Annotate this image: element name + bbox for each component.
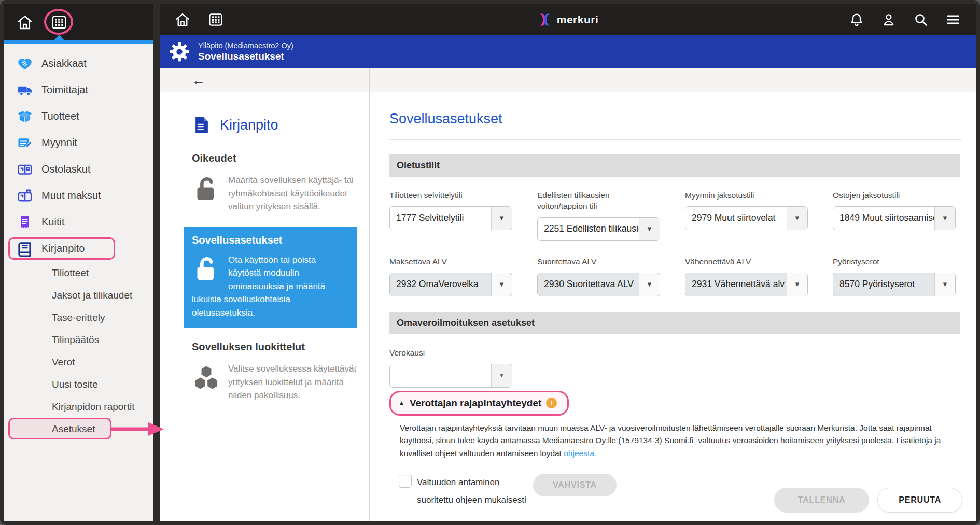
field-label: Suoritettava ALV [537,257,660,267]
apps-grid-icon[interactable] [49,12,69,33]
back-arrow-icon[interactable]: ← [192,74,205,87]
footer-actions: TALLENNA PERUUTA [774,488,962,513]
consent-label: Valtuuden antaminen suoritettu ohjeen mu… [417,474,531,509]
module-title: Kirjanpito [220,117,278,133]
menu-item-toimittajat[interactable]: Toimittajat [4,77,153,103]
menu-item-label: Asiakkaat [41,58,87,69]
customers-icon [17,55,33,72]
field-maksettava-alv: Maksettava ALV 2932 OmaVerovelka ▼ [389,257,512,296]
menu-item-muut-maksut[interactable]: Muut maksut [4,182,153,209]
menu-item-kirjanpito[interactable]: Kirjanpito [4,235,153,262]
help-link[interactable]: ohjeesta. [564,449,596,458]
hamburger-menu-icon[interactable] [943,9,963,30]
select-edellisten-tilikausien[interactable]: 2251 Edellisten tilikausie ▼ [537,217,660,241]
default-accounts-row-1: Tiliotteen selvittelytili 1777 Selvittel… [389,190,962,241]
field-ostojen-jaksotustili: Ostojen jaksotustili 1849 Muut siirtosaa… [833,190,956,230]
select-pyoristyserot[interactable]: 8570 Pyöristyserot ▼ [833,273,956,296]
select-ostojen-jaksotustili[interactable]: 1849 Muut siirtosaamise ▼ [833,206,956,230]
module-section-sovellusasetukset[interactable]: Sovellusasetukset Ota käyttöön tai poist… [184,227,357,328]
apps-grid-icon[interactable] [205,9,226,30]
menu-sub-label: Verot [52,357,75,368]
menu-sub-uusi-tosite[interactable]: Uusi tosite [4,373,153,395]
menu-sub-label: Tase-erittely [52,312,105,323]
chevron-down-icon[interactable]: ▼ [491,364,512,387]
menu-item-asiakkaat[interactable]: Asiakkaat [4,50,153,77]
menu-accent-line [4,40,153,44]
module-section-luokittelut[interactable]: Sovelluksen luokittelut Valitse sovelluk… [192,341,357,402]
cancel-button[interactable]: PERUUTA [877,488,962,513]
menu-item-label: Kirjanpito [41,243,85,254]
select-value: 2931 Vähennettävä alv [685,273,787,296]
menu-sub-tilinpaatos[interactable]: Tilinpäätös [4,329,153,351]
select-maksettava-alv[interactable]: 2932 OmaVerovelka ▼ [389,273,512,296]
field-label: Pyöristyserot [833,257,956,267]
menu-item-ostolaskut[interactable]: Ostolaskut [4,156,153,182]
menu-sub-kirjanpidon-raportit[interactable]: Kirjanpidon raportit [4,395,153,418]
menu-sub-jaksot[interactable]: Jaksot ja tilikaudet [4,284,153,306]
home-icon[interactable] [15,12,35,33]
select-value: 1849 Muut siirtosaamise [833,207,934,230]
select-value: 2930 Suoritettava ALV [538,273,639,296]
chevron-down-icon[interactable]: ▼ [787,207,807,230]
select-tiliotteen-selvittelytili[interactable]: 1777 Selvittelytili ▼ [389,206,512,230]
select-myynnin-jaksotustili[interactable]: 2979 Muut siirtovelat ▼ [685,206,808,230]
merkuri-logo: merkuri [537,12,599,27]
chevron-down-icon[interactable]: ▼ [934,207,955,230]
select-suoritettava-alv[interactable]: 2930 Suoritettava ALV ▼ [537,273,660,296]
info-icon[interactable]: ! [546,398,557,408]
confirm-button[interactable]: VAHVISTA [533,474,617,496]
main-window: merkuri Ylläpito (Mediamaestro [160,4,976,521]
chevron-down-icon[interactable]: ▼ [639,273,660,296]
section-bar-oletustilit: Oletustilit [389,154,960,177]
tax-connections-description: Verottajan rajapintayhteyksiä tarvitaan … [400,422,962,460]
home-icon[interactable] [172,9,193,30]
field-verokausi: Verokausi ▼ [389,348,962,388]
context-banner: Ylläpito (Mediamaestro2 Oy) Sovellusaset… [160,35,976,68]
annotation-arrow [110,422,164,436]
chevron-down-icon[interactable]: ▼ [934,273,955,296]
menu-sub-verot[interactable]: Verot [4,351,153,373]
select-verokausi[interactable]: ▼ [389,364,512,388]
save-button[interactable]: TALLENNA [774,488,869,513]
menu-sub-label: Kirjanpidon raportit [52,401,134,413]
user-account-icon[interactable] [878,9,899,30]
banner-context-text: Ylläpito (Mediamaestro2 Oy) [198,41,293,50]
select-value: 2979 Muut siirtovelat [685,207,787,230]
field-label: Vähennettävä ALV [685,257,808,267]
default-accounts-row-2: Maksettava ALV 2932 OmaVerovelka ▼ Suori… [389,257,962,296]
chevron-down-icon[interactable]: ▼ [491,207,512,230]
chevron-down-icon[interactable]: ▼ [787,273,807,296]
app-topbar: merkuri [160,4,976,35]
menu-item-label: Ostolaskut [41,163,90,175]
menu-sub-tase-erittely[interactable]: Tase-erittely [4,306,153,329]
menu-item-label: Muut maksut [41,190,101,202]
module-header: Kirjanpito [192,115,357,135]
section-title: Sovelluksen luokittelut [192,341,357,353]
section-description: Määritä sovelluksen käyttäjä- tai ryhmäk… [228,175,354,211]
notifications-bell-icon[interactable] [846,9,867,30]
chevron-down-icon[interactable]: ▼ [639,218,660,240]
consent-checkbox[interactable] [399,475,412,488]
field-label: Ostojen jaksotustili [833,190,956,201]
tax-connections-title: Verottajan rajapintayhteydet [410,398,541,409]
menu-sub-tiliotteet[interactable]: Tiliotteet [4,262,153,284]
search-icon[interactable] [911,9,931,30]
banner-title: Sovellusasetukset [198,51,293,62]
chevron-down-icon[interactable]: ▼ [491,273,512,296]
menu-sub-label: Uusi tosite [52,379,98,390]
menu-sub-asetukset[interactable]: Asetukset [4,418,153,440]
back-strip: ← [160,68,369,92]
menu-item-kuitit[interactable]: Kuitit [4,209,153,235]
section-bar-omaveroilmoitus: Omaveroilmoituksen asetukset [389,312,960,334]
gear-icon [168,40,191,63]
suppliers-icon [17,82,33,98]
menu-item-myynnit[interactable]: Myynnit [4,130,153,156]
select-vahennettava-alv[interactable]: 2931 Vähennettävä alv ▼ [685,273,808,296]
unlock-icon [192,175,221,204]
module-section-oikeudet[interactable]: Oikeudet Määritä sovelluksen käyttäjä- t… [192,152,357,214]
menu-item-tuotteet[interactable]: Tuotteet [4,103,153,130]
tax-connections-toggle[interactable]: ▲ Verottajan rajapintayhteydet ! [389,391,569,416]
app-screenshot: Asiakkaat Toimittajat Tuotteet Myynnit O… [0,0,980,525]
field-label: Maksettava ALV [389,257,512,267]
select-value: 2251 Edellisten tilikausie [538,218,639,240]
